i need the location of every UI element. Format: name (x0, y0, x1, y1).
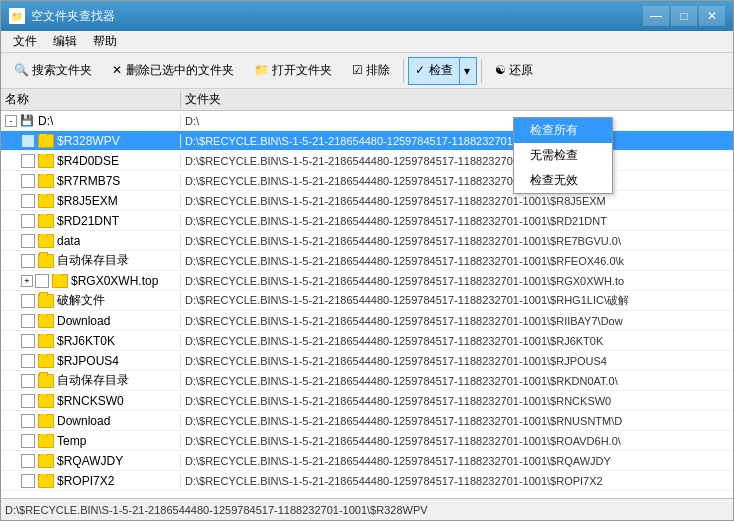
row-name: $R8J5EXM (57, 194, 118, 208)
row-path: D:\$RECYCLE.BIN\S-1-5-21-2186544480-1259… (181, 155, 733, 167)
table-row[interactable]: $RJ6KT0K D:\$RECYCLE.BIN\S-1-5-21-218654… (1, 331, 733, 351)
row-name-cell: 自动保存目录 (1, 372, 181, 389)
table-row[interactable]: $RQAWJDY D:\$RECYCLE.BIN\S-1-5-21-218654… (1, 451, 733, 471)
table-row[interactable]: $RD21DNT D:\$RECYCLE.BIN\S-1-5-21-218654… (1, 211, 733, 231)
table-row[interactable]: data D:\$RECYCLE.BIN\S-1-5-21-2186544480… (1, 231, 733, 251)
window-controls: — □ ✕ (643, 6, 725, 26)
table-row[interactable]: $R8J5EXM D:\$RECYCLE.BIN\S-1-5-21-218654… (1, 191, 733, 211)
row-name-cell: + $RGX0XWH.top (1, 274, 181, 288)
expand-icon[interactable]: + (21, 275, 33, 287)
folder-icon (38, 194, 54, 208)
table-row[interactable]: 自动保存目录 D:\$RECYCLE.BIN\S-1-5-21-21865444… (1, 251, 733, 271)
title-bar: 📁 空文件夹查找器 — □ ✕ (1, 1, 733, 31)
row-checkbox[interactable] (21, 254, 35, 268)
row-name: $R7RMB7S (57, 174, 120, 188)
row-checkbox[interactable] (21, 374, 35, 388)
dropdown-item-no-check[interactable]: 无需检查 (514, 143, 612, 168)
table-row[interactable]: $ROPI7X2 D:\$RECYCLE.BIN\S-1-5-21-218654… (1, 471, 733, 491)
exclude-button[interactable]: ☑ 排除 (343, 57, 399, 85)
table-row[interactable]: Download D:\$RECYCLE.BIN\S-1-5-21-218654… (1, 311, 733, 331)
row-path: D:\$RECYCLE.BIN\S-1-5-21-2186544480-1259… (181, 355, 733, 367)
row-path: D:\$RECYCLE.BIN\S-1-5-21-2186544480-1259… (181, 435, 733, 447)
close-button[interactable]: ✕ (699, 6, 725, 26)
row-checkbox[interactable] (21, 454, 35, 468)
folder-icon (38, 174, 54, 188)
row-checkbox[interactable] (21, 174, 35, 188)
search-folder-button[interactable]: 🔍 搜索文件夹 (5, 57, 101, 85)
row-path: D:\$RECYCLE.BIN\S-1-5-21-2186544480-1259… (181, 335, 733, 347)
menu-help[interactable]: 帮助 (85, 31, 125, 52)
folder-icon (38, 154, 54, 168)
row-name-cell: $ROPI7X2 (1, 474, 181, 488)
folder-icon (52, 274, 68, 288)
folder-icon (38, 314, 54, 328)
row-checkbox[interactable] (21, 354, 35, 368)
table-row[interactable]: $RJPOUS4 D:\$RECYCLE.BIN\S-1-5-21-218654… (1, 351, 733, 371)
row-checkbox[interactable] (21, 294, 35, 308)
minimize-button[interactable]: — (643, 6, 669, 26)
table-row[interactable]: Download D:\$RECYCLE.BIN\S-1-5-21-218654… (1, 411, 733, 431)
table-row[interactable]: $RNCKSW0 D:\$RECYCLE.BIN\S-1-5-21-218654… (1, 391, 733, 411)
window-title: 空文件夹查找器 (31, 8, 643, 25)
row-name-cell: $R328WPV (1, 134, 181, 148)
table-row[interactable]: $R4D0DSE D:\$RECYCLE.BIN\S-1-5-21-218654… (1, 151, 733, 171)
folder-icon (38, 254, 54, 268)
menu-file[interactable]: 文件 (5, 31, 45, 52)
file-list[interactable]: - 💾 D:\ D:\ $R328WPV D:\$RECYCLE.BIN\S- (1, 111, 733, 498)
row-path: D:\$RECYCLE.BIN\S-1-5-21-2186544480-1259… (181, 375, 733, 387)
maximize-button[interactable]: □ (671, 6, 697, 26)
row-checkbox[interactable] (21, 474, 35, 488)
row-checkbox[interactable] (21, 334, 35, 348)
row-path: D:\$RECYCLE.BIN\S-1-5-21-2186544480-1259… (181, 455, 733, 467)
row-path: D:\$RECYCLE.BIN\S-1-5-21-2186544480-1259… (181, 235, 733, 247)
row-name-cell: Download (1, 414, 181, 428)
table-row[interactable]: Temp D:\$RECYCLE.BIN\S-1-5-21-2186544480… (1, 431, 733, 451)
row-checkbox[interactable] (21, 194, 35, 208)
row-checkbox[interactable] (21, 154, 35, 168)
row-name-cell: 自动保存目录 (1, 252, 181, 269)
row-name: 自动保存目录 (57, 252, 129, 269)
table-row[interactable]: - 💾 D:\ D:\ (1, 111, 733, 131)
main-window: 📁 空文件夹查找器 — □ ✕ 文件 编辑 帮助 🔍 搜索文件夹 ✕ 删除已选中… (0, 0, 734, 521)
row-checkbox[interactable] (35, 274, 49, 288)
separator2 (481, 59, 482, 83)
dropdown-item-invalid-check[interactable]: 检查无效 (514, 168, 612, 193)
open-folder-button[interactable]: 📁 打开文件夹 (245, 57, 341, 85)
row-name-cell: Temp (1, 434, 181, 448)
check-dropdown-arrow[interactable]: ▾ (459, 58, 470, 84)
row-name: data (57, 234, 80, 248)
restore-button[interactable]: ☯ 还原 (486, 57, 542, 85)
row-checkbox[interactable] (21, 394, 35, 408)
table-row[interactable]: 自动保存目录 D:\$RECYCLE.BIN\S-1-5-21-21865444… (1, 371, 733, 391)
row-checkbox[interactable] (21, 414, 35, 428)
row-checkbox[interactable] (21, 234, 35, 248)
row-name: $R328WPV (57, 134, 120, 148)
row-checkbox[interactable] (21, 134, 35, 148)
row-name-cell: - 💾 D:\ (1, 114, 181, 128)
delete-selected-button[interactable]: ✕ 删除已选中的文件夹 (103, 57, 242, 85)
folder-icon (38, 414, 54, 428)
expand-icon[interactable]: - (5, 115, 17, 127)
folder-icon (38, 374, 54, 388)
dropdown-item-check-all[interactable]: 检查所有 (514, 118, 612, 143)
main-content: 名称 文件夹 - 💾 D:\ D:\ (1, 89, 733, 498)
folder-icon (38, 334, 54, 348)
row-path: D:\$RECYCLE.BIN\S-1-5-21-2186544480-1259… (181, 215, 733, 227)
row-name-cell: $R8J5EXM (1, 194, 181, 208)
check-button[interactable]: ✓ 检查 ▾ (408, 57, 476, 85)
table-row[interactable]: + $RGX0XWH.top D:\$RECYCLE.BIN\S-1-5-21-… (1, 271, 733, 291)
row-name-cell: Download (1, 314, 181, 328)
row-name: D:\ (38, 114, 53, 128)
row-checkbox[interactable] (21, 214, 35, 228)
table-row[interactable]: $R328WPV D:\$RECYCLE.BIN\S-1-5-21-218654… (1, 131, 733, 151)
row-path: D:\$RECYCLE.BIN\S-1-5-21-2186544480-1259… (181, 293, 733, 308)
menu-edit[interactable]: 编辑 (45, 31, 85, 52)
row-name: Temp (57, 434, 86, 448)
drive-icon: 💾 (19, 114, 35, 128)
folder-icon (38, 214, 54, 228)
table-row[interactable]: $R7RMB7S D:\$RECYCLE.BIN\S-1-5-21-218654… (1, 171, 733, 191)
row-checkbox[interactable] (21, 314, 35, 328)
row-checkbox[interactable] (21, 434, 35, 448)
table-row[interactable]: 破解文件 D:\$RECYCLE.BIN\S-1-5-21-2186544480… (1, 291, 733, 311)
row-name: $ROPI7X2 (57, 474, 114, 488)
